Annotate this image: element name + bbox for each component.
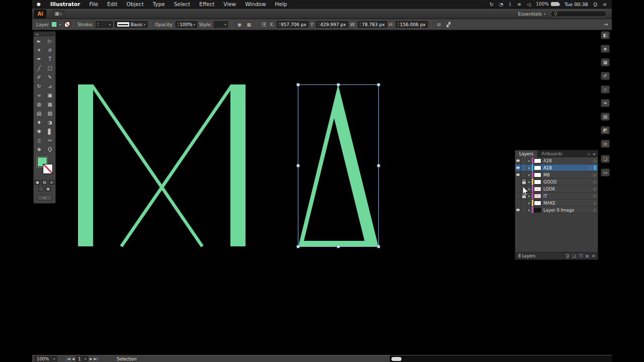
scrollbar-thumb[interactable] xyxy=(391,357,401,361)
width-field[interactable]: ▴▾ 78.783 px xyxy=(358,21,387,28)
battery-indicator[interactable]: 100% xyxy=(536,2,559,7)
letter-m-diagonal-right[interactable] xyxy=(121,85,232,246)
letter-m-left-stem[interactable] xyxy=(78,84,93,246)
layer-row-it[interactable]: ▸ IT ○ xyxy=(515,193,598,200)
type-tool[interactable]: T xyxy=(45,54,56,63)
lock-toggle[interactable] xyxy=(521,157,527,164)
slice-tool[interactable]: ✂ xyxy=(45,136,56,145)
shape-builder-tool[interactable]: ◍ xyxy=(34,100,45,109)
selection-tool[interactable]: ► xyxy=(34,36,45,45)
visibility-toggle[interactable] xyxy=(515,178,521,185)
draw-normal-button[interactable]: ▢ xyxy=(38,187,44,192)
column-graph-tool[interactable]: ▋ xyxy=(45,127,56,136)
zoom-tool[interactable]: Ϙ xyxy=(45,145,56,154)
lock-toggle[interactable] xyxy=(521,164,527,171)
arrange-documents-button[interactable]: ▦ ▾ xyxy=(52,10,64,17)
reference-point-selector[interactable] xyxy=(261,22,267,27)
workspace-switcher[interactable]: Essentials ▾ xyxy=(515,11,548,17)
artboard-number-field[interactable]: 1 ▾ xyxy=(76,356,88,361)
lasso-tool[interactable]: σ xyxy=(45,45,56,54)
spotlight-icon[interactable]: Ϙ xyxy=(594,2,597,7)
pencil-tool[interactable]: ✎ xyxy=(45,72,56,81)
delete-layer-icon[interactable]: ✕ xyxy=(592,254,595,258)
layer-thumbnail[interactable] xyxy=(534,208,541,213)
layer-name[interactable]: IT xyxy=(541,194,592,199)
scale-tool[interactable]: ⊿ xyxy=(45,81,56,90)
layer-name[interactable]: A18 xyxy=(541,165,588,170)
color-mode-button[interactable]: ◼ xyxy=(35,180,40,185)
apple-menu-icon[interactable]: ● xyxy=(32,2,46,7)
paintbrush-tool[interactable]: ✐ xyxy=(34,72,45,81)
tools-panel-header[interactable]: ◂◂ xyxy=(34,32,55,36)
menu-file[interactable]: File xyxy=(85,0,103,9)
magic-wand-tool[interactable]: ✶ xyxy=(34,45,45,54)
stepper-icon[interactable]: ▴▾ xyxy=(398,22,399,27)
visibility-toggle[interactable] xyxy=(515,207,521,213)
menu-view[interactable]: View xyxy=(219,0,240,9)
visibility-toggle[interactable] xyxy=(515,157,521,164)
locate-object-icon[interactable]: Ϙ xyxy=(566,254,569,258)
lock-toggle[interactable] xyxy=(521,186,527,192)
rotate-tool[interactable]: ↻ xyxy=(34,81,45,90)
direct-selection-tool[interactable]: ▷ xyxy=(45,36,56,45)
layer-name[interactable]: MAKE xyxy=(541,201,592,206)
layer-row-a28[interactable]: ▸ A28 ○ xyxy=(515,157,598,164)
menu-bar-clock[interactable]: Tue 00:38 xyxy=(565,2,588,7)
menu-select[interactable]: Select xyxy=(170,0,195,9)
collapse-panel-icon[interactable]: » xyxy=(588,152,590,156)
stroke-none-swatch[interactable] xyxy=(43,164,53,174)
color-panel-icon[interactable]: ◧ xyxy=(601,31,610,39)
stroke-panel-icon[interactable]: ≡ xyxy=(601,99,610,107)
y-field[interactable]: ▴▾ 429.997 px xyxy=(316,21,348,28)
layer-row-layer0image[interactable]: ▸ Layer 0 Image ○ xyxy=(515,207,598,214)
menu-help[interactable]: Help xyxy=(271,0,292,9)
transparency-panel-icon[interactable]: ◩ xyxy=(601,126,610,134)
stroke-color-swatch[interactable] xyxy=(64,22,70,27)
draw-behind-button[interactable]: ▣ xyxy=(45,187,51,192)
appearance-panel-icon[interactable]: ◎ xyxy=(601,140,610,148)
visibility-toggle[interactable] xyxy=(515,200,521,206)
visibility-toggle[interactable] xyxy=(515,171,521,178)
panel-menu-icon[interactable]: ≡ xyxy=(593,152,596,156)
new-sublayer-icon[interactable]: ❐ xyxy=(579,254,582,258)
layer-row-m8[interactable]: ▸ M8 ○ xyxy=(515,171,598,178)
expand-arrow-icon[interactable]: ▸ xyxy=(527,171,532,178)
zoom-level-dropdown[interactable]: 100% ▾ xyxy=(34,356,57,361)
sync-icon[interactable]: ↻ xyxy=(490,2,494,7)
layer-row-good[interactable]: ▸ GOOD ○ xyxy=(515,178,598,186)
tab-artboards[interactable]: Artboards xyxy=(537,150,567,157)
height-field[interactable]: ▴▾ 156.006 px xyxy=(396,21,428,28)
lock-toggle[interactable] xyxy=(521,171,527,178)
expand-arrow-icon[interactable]: ▸ xyxy=(527,207,532,213)
layer-row-a18[interactable]: ▸ A18 ○ xyxy=(515,164,598,171)
visibility-toggle[interactable] xyxy=(515,164,521,171)
free-transform-tool[interactable]: ▣ xyxy=(45,90,56,100)
layer-thumbnail[interactable] xyxy=(534,194,541,199)
document-setup-icon[interactable]: ▦ xyxy=(245,21,253,28)
search-input[interactable]: Ϙ xyxy=(550,11,607,17)
stroke-weight-field[interactable]: ▴▾ ▾ xyxy=(96,21,113,28)
target-circle-icon[interactable]: ○ xyxy=(592,194,598,198)
layers-panel-icon[interactable]: ❏ xyxy=(601,155,610,163)
graphic-style-dropdown[interactable]: ▾ xyxy=(214,21,228,28)
artboards-panel-icon[interactable]: ▭ xyxy=(601,168,610,176)
gradient-tool[interactable]: ▧ xyxy=(45,109,56,118)
layer-thumbnail[interactable] xyxy=(534,201,541,206)
fill-color-swatch[interactable] xyxy=(51,21,57,28)
layer-name[interactable]: LOOK xyxy=(541,187,592,192)
stepper-icon[interactable]: ▴▾ xyxy=(178,22,179,27)
letter-m-right-stem[interactable] xyxy=(230,84,246,246)
expand-arrow-icon[interactable]: ▸ xyxy=(527,200,532,206)
menu-illustrator[interactable]: Illustrator xyxy=(46,0,85,9)
lock-toggle[interactable] xyxy=(521,193,527,199)
layer-name[interactable]: Layer 0 Image xyxy=(541,208,592,213)
horizontal-scrollbar[interactable] xyxy=(390,355,612,362)
expand-arrow-icon[interactable]: ▸ xyxy=(527,157,532,164)
make-clipping-mask-icon[interactable]: ❏ xyxy=(572,254,576,258)
layer-name[interactable]: GOOD xyxy=(541,179,592,185)
rectangle-tool[interactable]: □ xyxy=(45,63,56,72)
letter-a-triangle[interactable] xyxy=(298,84,378,246)
menu-object[interactable]: Object xyxy=(122,0,148,9)
mesh-tool[interactable]: ▤ xyxy=(34,109,45,118)
gradient-panel-icon[interactable]: ▧ xyxy=(601,113,610,121)
